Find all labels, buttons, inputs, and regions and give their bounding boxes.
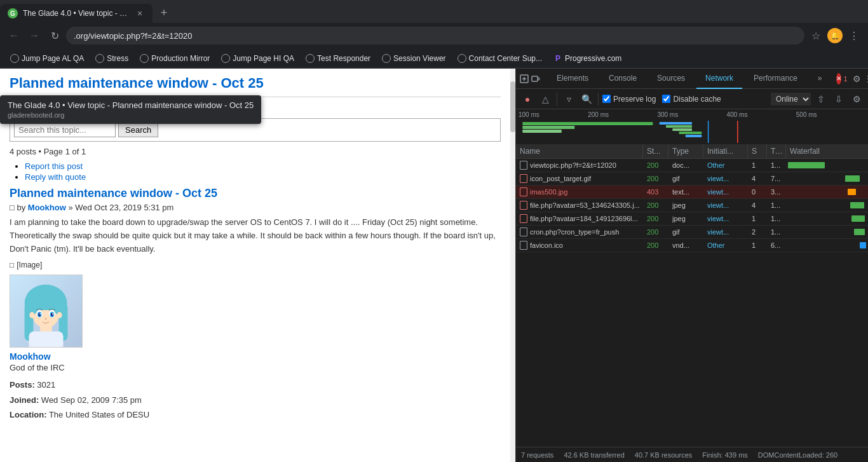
net-row-1[interactable]: viewtopic.php?f=2&t=12020 200 doc... Oth…	[516, 159, 868, 172]
close-devtools-error[interactable]: ✕	[836, 73, 841, 85]
inspect-element-button[interactable]	[520, 71, 529, 86]
main-area: Planned maintenance window - Oct 25 Post…	[0, 69, 868, 462]
col-waterfall[interactable]: Waterfall	[786, 144, 868, 158]
net-row-4[interactable]: file.php?avatar=53_1346243305.j... 200 j…	[516, 199, 868, 212]
search-button[interactable]: Search	[118, 123, 158, 137]
tab-sources[interactable]: Sources	[648, 69, 694, 89]
tab-network[interactable]: Network	[696, 69, 742, 89]
avatar-image	[10, 275, 82, 347]
avatar-section: Mookhow God of the IRC Posts: 3021 Joine…	[10, 275, 149, 422]
reload-button[interactable]: ↻	[46, 27, 64, 44]
tab-close-button[interactable]: ×	[135, 8, 145, 18]
post-header[interactable]: Planned maintenance window - Oct 25	[10, 187, 501, 200]
net-row-3[interactable]: imas500.jpg 403 text... viewt... 0 3...	[516, 186, 868, 199]
svg-point-15	[51, 313, 53, 316]
net-row-7[interactable]: favicon.ico 200 vnd... Other 1 6...	[516, 239, 868, 252]
divider2	[598, 93, 599, 105]
bookmark-test-responder[interactable]: Test Responder	[301, 53, 376, 64]
bookmark-label: Test Responder	[317, 54, 370, 63]
net-row-2[interactable]: icon_post_target.gif 200 gif viewt... 4 …	[516, 172, 868, 186]
settings-button[interactable]: ⚙	[853, 71, 861, 86]
tab-performance[interactable]: Performance	[745, 69, 806, 89]
svg-rect-5	[29, 332, 63, 348]
bookmark-contact-center[interactable]: Contact Center Sup...	[452, 53, 547, 64]
svg-rect-26	[522, 122, 653, 125]
cell-waterfall-1	[786, 159, 868, 172]
net-row-5[interactable]: file.php?avatar=184_149123696l... 200 jp…	[516, 212, 868, 226]
cell-initiator-2: viewt...	[703, 173, 748, 184]
search-input[interactable]	[14, 123, 116, 137]
network-toolbar: ● △ ▿ 🔍 Preserve log Disable cache Onlin…	[516, 89, 868, 109]
col-status[interactable]: St...	[643, 144, 668, 158]
page-title[interactable]: Planned maintenance window - Oct 25	[10, 75, 501, 97]
more-button[interactable]: ⋮	[864, 71, 868, 86]
cell-name-1: viewtopic.php?f=2&t=12020	[516, 159, 643, 172]
col-type[interactable]: Type	[668, 144, 703, 158]
cell-name-3: imas500.jpg	[516, 186, 643, 198]
timeline-svg	[516, 121, 868, 143]
post-user-section: Mookhow God of the IRC Posts: 3021 Joine…	[10, 275, 501, 422]
bookmark-production-mirror[interactable]: Production Mirror	[135, 53, 215, 64]
profile-button[interactable]: 🔔	[827, 28, 843, 43]
svg-point-19	[29, 312, 34, 318]
col-size[interactable]: S	[748, 144, 767, 158]
clear-button[interactable]: △	[538, 92, 553, 107]
cell-time-1: 1...	[767, 160, 786, 171]
page-scrollbar-thumb[interactable]	[510, 81, 515, 132]
active-tab[interactable]: G The Glade 4.0 • View topic - Plan... ×	[0, 4, 153, 23]
location-value: The United States of DESU	[49, 410, 149, 419]
export-button[interactable]: ⇩	[831, 92, 846, 107]
page-scrollbar[interactable]	[510, 69, 515, 462]
tab-elements[interactable]: Elements	[548, 69, 597, 89]
bookmark-session-viewer[interactable]: Session Viewer	[377, 53, 451, 64]
col-time[interactable]: Ti...	[767, 144, 786, 158]
settings2-button[interactable]: ⚙	[849, 92, 864, 107]
net-row-6[interactable]: cron.php?cron_type=fr_push 200 gif viewt…	[516, 226, 868, 239]
address-bar[interactable]: .org/viewtopic.php?f=2&t=12020	[66, 27, 804, 44]
report-post-link[interactable]: Report this post	[25, 161, 83, 171]
cell-size-5: 1	[748, 213, 767, 224]
col-name[interactable]: Name	[516, 144, 643, 158]
search-icon[interactable]: 🔍	[579, 92, 594, 107]
filter-icon[interactable]: ▿	[561, 92, 576, 107]
cell-status-1: 200	[643, 160, 668, 171]
divider1	[557, 93, 557, 105]
file-icon-3	[520, 187, 527, 196]
cell-name-6: cron.php?cron_type=fr_push	[516, 226, 643, 238]
throttle-select[interactable]: Online	[771, 93, 811, 105]
svg-rect-32	[666, 125, 692, 128]
cell-status-4: 200	[643, 200, 668, 211]
cell-time-5: 1...	[767, 213, 786, 224]
tab-console[interactable]: Console	[600, 69, 646, 89]
time-label-400: 400 ms	[727, 111, 796, 118]
bookmark-jump-page-hi-qa[interactable]: Jump Page HI QA	[216, 53, 299, 64]
username-link[interactable]: Mookhow	[10, 351, 149, 362]
reply-with-quote-link[interactable]: Reply with quote	[25, 172, 86, 182]
tab-more[interactable]: »	[809, 69, 831, 89]
back-button[interactable]: ←	[5, 27, 23, 44]
new-tab-button[interactable]: +	[155, 4, 173, 22]
waterfall-bar-3	[848, 189, 856, 195]
joined-value: Wed Sep 02, 2009 7:35 pm	[41, 395, 142, 405]
preserve-log-checkbox[interactable]	[602, 95, 611, 103]
bookmark-progressive[interactable]: P Progressive.com	[548, 53, 627, 64]
disable-cache-checkbox[interactable]	[662, 95, 670, 103]
svg-point-20	[57, 312, 62, 318]
bookmark-stress[interactable]: Stress	[90, 53, 133, 64]
preserve-log-label: Preserve log	[602, 95, 656, 104]
svg-rect-35	[686, 135, 702, 137]
device-toolbar-button[interactable]	[531, 71, 540, 86]
bookmark-button[interactable]: ☆	[807, 27, 825, 44]
import-button[interactable]: ⇧	[813, 92, 829, 107]
author-link[interactable]: Mookhow	[28, 203, 66, 212]
tooltip-title: The Glade 4.0 • View topic - Planned mai…	[8, 100, 254, 110]
bookmark-label: Production Mirror	[151, 54, 210, 63]
tooltip-url: gladerebooted.org	[8, 111, 254, 119]
file-icon-5	[520, 214, 527, 223]
post-meta: □ by Mookhow » Wed Oct 23, 2019 5:31 pm	[10, 203, 501, 212]
record-button[interactable]: ●	[520, 92, 535, 107]
bookmark-jump-page-al-qa[interactable]: Jump Page AL QA	[5, 53, 89, 64]
forward-button[interactable]: →	[25, 27, 43, 44]
col-initiator[interactable]: Initiati...	[703, 144, 748, 158]
menu-button[interactable]: ⋮	[845, 27, 863, 44]
